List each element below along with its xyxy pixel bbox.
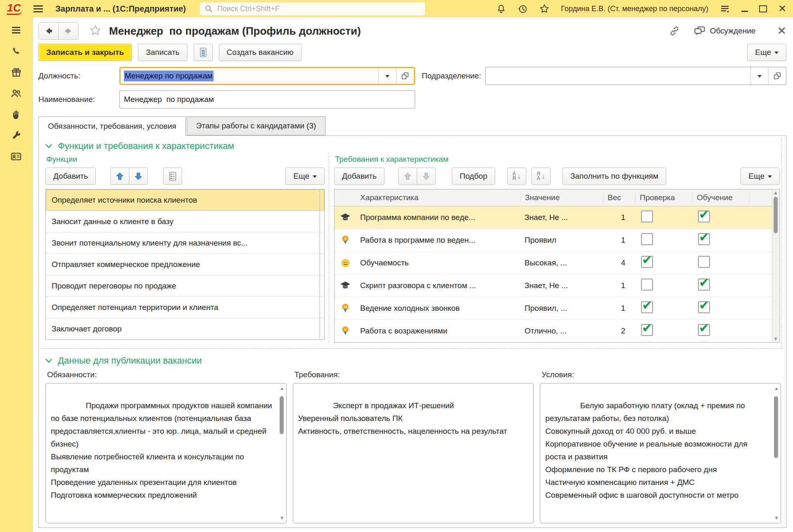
col-header-check: Проверка <box>635 192 692 203</box>
form-window: Менеджер по продажам (Профиль должности)… <box>32 17 793 532</box>
department-dropdown-icon[interactable] <box>750 67 768 85</box>
global-search[interactable] <box>200 2 425 15</box>
functions-more-button[interactable]: Еще <box>285 168 325 185</box>
tab-duties[interactable]: Обязанности, требования, условия <box>38 116 186 136</box>
sort-ascending-button[interactable]: АЯ↓ <box>507 168 526 185</box>
conditions-scrollbar[interactable]: ▲ ▼ <box>773 385 779 521</box>
functions-add-button[interactable]: Добавить <box>45 168 96 185</box>
duties-textarea[interactable]: Продажи программных продуктов нашей комп… <box>45 383 287 523</box>
sidebar-gift-icon[interactable] <box>10 66 22 78</box>
position-open-icon[interactable] <box>396 68 414 84</box>
function-item[interactable]: Определяет потенциал территории и клиент… <box>46 297 324 318</box>
training-checkbox[interactable] <box>698 301 710 313</box>
training-checkbox[interactable] <box>698 256 710 268</box>
pick-button[interactable]: Подбор <box>452 168 495 185</box>
scroll-up-icon[interactable]: ▲ <box>774 385 779 391</box>
sort-descending-button[interactable]: ЯА↓ <box>532 168 551 185</box>
move-down-button[interactable] <box>129 168 148 185</box>
close-form-icon[interactable]: ✕ <box>777 26 786 37</box>
duties-scrollbar[interactable]: ▲ ▼ <box>278 385 285 521</box>
function-item[interactable]: Определяет источники поиска клиентов <box>46 189 324 211</box>
position-row: Должность: Менеджер по продажам Подразде… <box>38 67 786 85</box>
favorites-star-icon[interactable] <box>539 3 550 14</box>
table-row[interactable]: Работа с возражениями Отлично, ... 2 <box>335 320 772 342</box>
scroll-thumb[interactable] <box>774 197 778 233</box>
sidebar-hand-icon[interactable] <box>10 108 22 121</box>
training-checkbox[interactable] <box>698 210 710 222</box>
function-item[interactable]: Заносит данные о клиенте в базу <box>46 211 324 232</box>
req-move-down-button[interactable] <box>417 168 436 185</box>
check-checkbox[interactable] <box>641 324 653 336</box>
sidebar-people-icon[interactable] <box>10 87 22 99</box>
list-settings-button[interactable] <box>163 168 182 185</box>
tab-candidate-stages[interactable]: Этапы работы с кандидатами (3) <box>187 116 325 135</box>
requirements-textarea[interactable]: Эксперт в продажах ИТ-решений Уверенный … <box>293 383 534 523</box>
functions-section-header[interactable]: Функции и требования к характеристикам <box>45 141 780 151</box>
table-scrollbar[interactable]: ▲ ▼ <box>772 190 779 342</box>
check-checkbox[interactable] <box>641 210 653 222</box>
requirements-more-button[interactable]: Еще <box>741 168 780 185</box>
forward-button[interactable] <box>58 23 78 39</box>
current-user[interactable]: Гордина Е.В. (Ст. менеджер по персоналу) <box>561 5 708 13</box>
collapse-chevron-icon <box>45 142 53 150</box>
more-button[interactable]: Еще <box>747 44 786 61</box>
functions-scrollbar[interactable] <box>319 191 323 338</box>
check-checkbox[interactable] <box>641 279 653 291</box>
name-field[interactable] <box>119 90 415 109</box>
conditions-textarea[interactable]: Белую заработную плату (оклад + премия п… <box>540 383 781 523</box>
check-checkbox[interactable] <box>641 256 653 268</box>
favorite-star-icon[interactable] <box>89 24 102 38</box>
sidebar-id-card-icon[interactable] <box>10 150 22 163</box>
back-button[interactable] <box>39 23 58 39</box>
sidebar <box>0 17 32 532</box>
get-link-icon[interactable] <box>669 25 680 37</box>
close-app-button[interactable]: ✕ <box>778 4 786 14</box>
scroll-up-icon[interactable]: ▲ <box>773 190 778 196</box>
create-vacancy-button[interactable]: Создать вакансию <box>219 44 302 61</box>
check-checkbox[interactable] <box>641 233 653 245</box>
scroll-thumb[interactable] <box>280 396 284 434</box>
maximize-button[interactable] <box>759 5 767 12</box>
characteristic-type-icon <box>335 303 356 314</box>
notifications-bell-icon[interactable] <box>496 4 506 14</box>
function-item[interactable]: Проводит переговоры по продаже <box>46 275 324 297</box>
scroll-up-icon[interactable]: ▲ <box>280 385 285 391</box>
save-and-close-button[interactable]: Записать и закрыть <box>38 44 132 61</box>
function-item[interactable]: Звонит потенциальному клиенту для назнач… <box>46 232 324 254</box>
scroll-thumb[interactable] <box>774 396 778 458</box>
requirements-add-button[interactable]: Добавить <box>334 168 385 185</box>
training-checkbox[interactable] <box>698 324 710 336</box>
sidebar-wrench-icon[interactable] <box>10 129 22 142</box>
table-row[interactable]: Работа в программе по веден... Проявил 1 <box>335 229 772 252</box>
publication-section-header[interactable]: Данные для публикации вакансии <box>45 355 782 366</box>
fill-by-functions-button[interactable]: Заполнить по функциям <box>563 168 666 185</box>
report-icon-button[interactable] <box>194 44 213 61</box>
check-checkbox[interactable] <box>641 301 653 313</box>
service-menu-icon[interactable] <box>719 3 730 14</box>
department-open-icon[interactable] <box>768 67 786 85</box>
department-field[interactable] <box>485 67 786 85</box>
sidebar-menu-icon[interactable] <box>10 24 22 36</box>
discussion-button[interactable]: Обсуждение <box>693 25 756 37</box>
history-icon[interactable] <box>518 4 528 14</box>
req-move-up-button[interactable] <box>398 168 417 185</box>
position-field[interactable]: Менеджер по продажам <box>119 67 415 85</box>
main-menu-icon[interactable] <box>33 5 43 12</box>
minimize-button[interactable] <box>741 6 748 12</box>
table-row[interactable]: Программа компании по веде... Знает, Не … <box>335 206 772 229</box>
training-checkbox[interactable] <box>698 279 710 291</box>
function-item[interactable]: Отправляет коммерческое предложение <box>46 254 324 275</box>
scroll-down-icon[interactable]: ▼ <box>280 515 285 521</box>
move-up-button[interactable] <box>110 168 129 185</box>
table-row[interactable]: Ведение холодных звонков Проявил, ... 1 <box>335 297 772 320</box>
search-input[interactable] <box>216 4 421 14</box>
table-row[interactable]: Скрипт разговора с клиентом ... Знает, Н… <box>335 274 772 297</box>
function-item[interactable]: Заключает договор <box>46 318 324 339</box>
sidebar-phone-icon[interactable] <box>10 45 22 57</box>
scroll-down-icon[interactable]: ▼ <box>773 336 778 342</box>
table-row[interactable]: Обучаемость Высокая, ... 4 <box>335 252 772 274</box>
position-dropdown-icon[interactable] <box>378 68 396 84</box>
save-button[interactable]: Записать <box>138 44 187 61</box>
training-checkbox[interactable] <box>698 233 710 245</box>
scroll-down-icon[interactable]: ▼ <box>774 515 779 521</box>
